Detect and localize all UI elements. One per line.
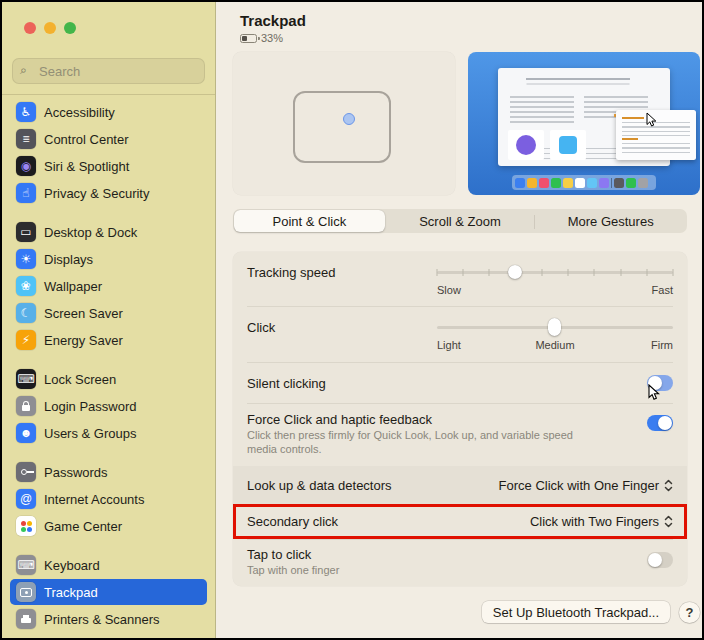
search-field-wrap: ⌕ <box>12 58 205 84</box>
click-thumb[interactable] <box>548 318 561 336</box>
preview-dock <box>512 175 656 190</box>
dock-app-icon <box>638 178 648 188</box>
silent-clicking-toggle[interactable] <box>647 375 673 391</box>
footer-actions: Set Up Bluetooth Trackpad... ? <box>482 601 700 623</box>
sidebar-item-label: Energy Saver <box>44 333 123 348</box>
sidebar-item-label: Internet Accounts <box>44 492 144 507</box>
sidebar-item-printers-scanners[interactable]: Printers & Scanners <box>10 606 207 632</box>
sidebar-item-passwords[interactable]: Passwords <box>10 459 207 485</box>
battery-percent: 33% <box>261 32 283 44</box>
sidebar-item-displays[interactable]: ☀Displays <box>10 246 207 272</box>
help-button[interactable]: ? <box>679 602 700 623</box>
preview-document-window <box>498 68 670 166</box>
secondary-click-row annotation-highlight: Secondary click Click with Two Fingers <box>233 504 687 539</box>
dock-app-icon <box>515 178 525 188</box>
desktop-dock-icon: ▭ <box>16 222 36 242</box>
slider-min-label: Slow <box>437 284 461 296</box>
traffic-lights <box>2 2 215 46</box>
sidebar-item-label: Privacy & Security <box>44 186 149 201</box>
dock-app-icon <box>563 178 573 188</box>
secondary-click-dropdown[interactable]: Click with Two Fingers <box>530 514 673 529</box>
click-slider[interactable]: Light Medium Firm <box>437 319 673 352</box>
sidebar-item-label: Login Password <box>44 399 137 414</box>
preview-image-tile <box>508 130 544 160</box>
slider-min-label: Light <box>437 339 461 351</box>
force-click-description: Click then press firmly for Quick Look, … <box>247 429 592 457</box>
sidebar-item-energy-saver[interactable]: ⚡Energy Saver <box>10 327 207 353</box>
preview-cursor-icon <box>646 112 657 127</box>
tab-scroll-and-zoom[interactable]: Scroll & Zoom <box>385 210 536 232</box>
chevron-up-down-icon <box>664 479 673 492</box>
point-and-click-settings: Tracking speed Slow Fast Click <box>233 252 687 586</box>
search-input[interactable] <box>12 58 205 84</box>
system-settings-window: ⌕ ♿Accessibility≡Control Center◉Siri & S… <box>0 0 704 640</box>
gesture-tabs: Point & Click Scroll & Zoom More Gesture… <box>233 209 687 233</box>
trackpad-icon <box>16 582 36 602</box>
tap-to-click-label: Tap to click <box>247 547 673 562</box>
sidebar-item-screen-saver[interactable]: ☾Screen Saver <box>10 300 207 326</box>
sidebar-item-siri-spotlight[interactable]: ◉Siri & Spotlight <box>10 153 207 179</box>
tracking-speed-row: Tracking speed Slow Fast <box>233 252 687 306</box>
sidebar-item-trackpad[interactable]: Trackpad <box>10 579 207 605</box>
control-center-icon: ≡ <box>16 129 36 149</box>
tab-point-and-click[interactable]: Point & Click <box>234 210 385 232</box>
tab-more-gestures[interactable]: More Gestures <box>535 210 686 232</box>
dock-app-icon <box>614 178 624 188</box>
chevron-up-down-icon <box>664 515 673 528</box>
secondary-click-value: Click with Two Fingers <box>530 514 659 529</box>
force-click-row: Force Click and haptic feedback Click th… <box>233 404 687 466</box>
force-click-toggle[interactable] <box>647 415 673 431</box>
look-up-label: Look up & data detectors <box>247 478 392 493</box>
dock-app-icon <box>626 178 636 188</box>
sidebar-item-keyboard[interactable]: ⌨Keyboard <box>10 552 207 578</box>
sidebar: ⌕ ♿Accessibility≡Control Center◉Siri & S… <box>2 2 216 638</box>
page-title: Trackpad <box>240 12 700 29</box>
slider-max-label: Fast <box>652 284 673 296</box>
slider-mid-label: Medium <box>535 339 574 351</box>
sidebar-item-label: Trackpad <box>44 585 98 600</box>
tap-to-click-toggle[interactable] <box>647 552 673 568</box>
sidebar-item-desktop-dock[interactable]: ▭Desktop & Dock <box>10 219 207 245</box>
look-up-dropdown[interactable]: Force Click with One Finger <box>499 478 673 493</box>
silent-clicking-row: Silent clicking <box>233 363 687 403</box>
energy-saver-icon: ⚡ <box>16 330 36 350</box>
mouse-cursor-icon <box>648 384 660 401</box>
gesture-video-preview <box>468 52 700 195</box>
dock-app-icon <box>599 178 609 188</box>
sidebar-item-internet-accounts[interactable]: @Internet Accounts <box>10 486 207 512</box>
trackpad-illustration-card <box>233 52 455 195</box>
trackpad-outline <box>293 91 391 163</box>
setup-bluetooth-trackpad-button[interactable]: Set Up Bluetooth Trackpad... <box>482 601 670 623</box>
close-window-button[interactable] <box>24 22 36 34</box>
sidebar-item-label: Control Center <box>44 132 129 147</box>
dock-app-icon <box>575 178 585 188</box>
sidebar-item-label: Desktop & Dock <box>44 225 137 240</box>
sidebar-item-accessibility[interactable]: ♿Accessibility <box>10 99 207 125</box>
slider-max-label: Firm <box>651 339 673 351</box>
sidebar-item-wallpaper[interactable]: ❀Wallpaper <box>10 273 207 299</box>
battery-status: 33% <box>240 32 700 44</box>
minimize-window-button[interactable] <box>44 22 56 34</box>
dock-app-icon <box>551 178 561 188</box>
privacy-security-icon: ☝ <box>16 183 36 203</box>
sidebar-item-lock-screen[interactable]: ⌨Lock Screen <box>10 366 207 392</box>
siri-spotlight-icon: ◉ <box>16 156 36 176</box>
sidebar-item-users-groups[interactable]: ☻Users & Groups <box>10 420 207 446</box>
sidebar-item-game-center[interactable]: Game Center <box>10 513 207 539</box>
sidebar-item-privacy-security[interactable]: ☝Privacy & Security <box>10 180 207 206</box>
sidebar-item-label: Displays <box>44 252 93 267</box>
silent-clicking-label: Silent clicking <box>247 376 326 391</box>
sidebar-item-label: Lock Screen <box>44 372 116 387</box>
printers-scanners-icon <box>16 609 36 629</box>
game-center-icon <box>16 516 36 536</box>
tracking-speed-thumb[interactable] <box>508 265 522 279</box>
zoom-window-button[interactable] <box>64 22 76 34</box>
accessibility-icon: ♿ <box>16 102 36 122</box>
dock-app-icon <box>587 178 597 188</box>
sidebar-item-control-center[interactable]: ≡Control Center <box>10 126 207 152</box>
tracking-speed-track[interactable] <box>437 271 673 274</box>
sidebar-item-label: Passwords <box>44 465 108 480</box>
tracking-speed-slider[interactable]: Slow Fast <box>437 264 673 297</box>
preview-image-tile <box>550 130 586 160</box>
sidebar-item-login-password[interactable]: Login Password <box>10 393 207 419</box>
